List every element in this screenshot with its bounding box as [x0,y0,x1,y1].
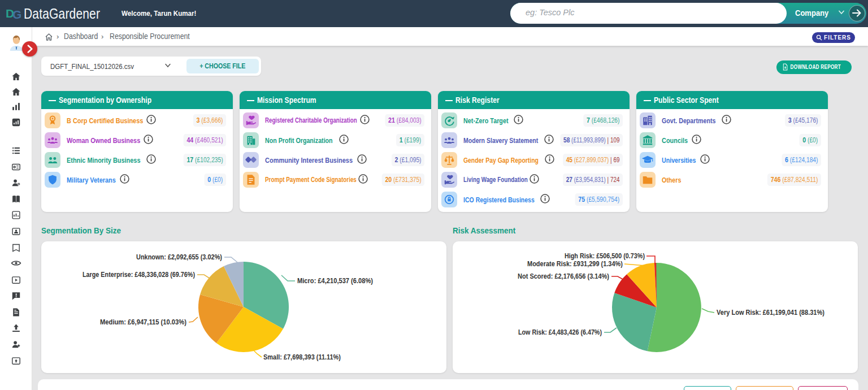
svg-text:Medium: £6,947,115 (10.03%): Medium: £6,947,115 (10.03%) [100,318,186,326]
svg-text:High Risk: £506,500 (0.73%): High Risk: £506,500 (0.73%) [565,252,645,260]
svg-text:Micro: £4,210,537 (6.08%): Micro: £4,210,537 (6.08%) [297,277,373,285]
svg-text:Large Enterprise: £48,336,028: Large Enterprise: £48,336,028 (69.76%) [83,271,195,279]
svg-text:Very Low Risk: £61,199,041 (88: Very Low Risk: £61,199,041 (88.31%) [717,309,824,317]
svg-text:Unknown: £2,092,655 (3.02%): Unknown: £2,092,655 (3.02%) [136,253,222,261]
svg-text:Small: £7,698,393 (11.11%): Small: £7,698,393 (11.11%) [263,353,341,361]
svg-text:Low Risk: £4,483,426 (6.47%): Low Risk: £4,483,426 (6.47%) [518,328,602,336]
svg-text:G: G [12,8,21,20]
svg-text:Moderate Risk: £931,299 (1.34%: Moderate Risk: £931,299 (1.34%) [527,260,623,268]
svg-text:Not Scored: £2,176,656 (3.14%): Not Scored: £2,176,656 (3.14%) [518,272,609,280]
